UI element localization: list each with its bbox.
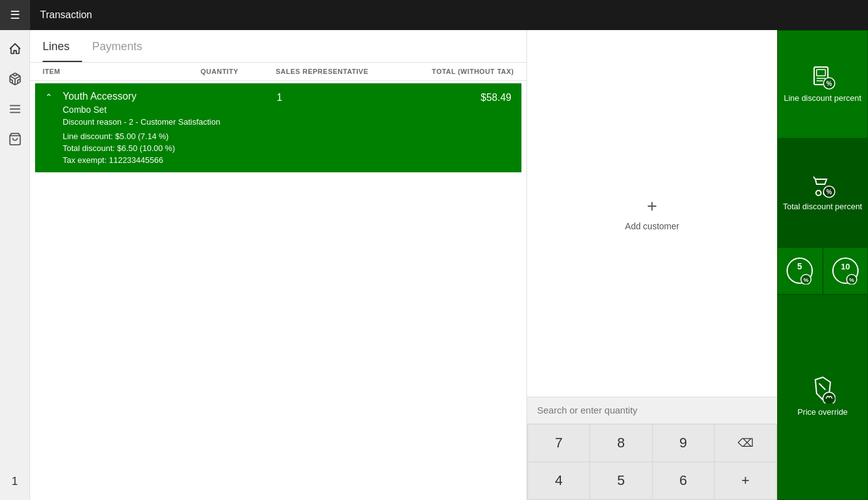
svg-text:%: %: [826, 189, 832, 195]
total-discount-percent-button[interactable]: % Total discount percent: [777, 138, 868, 247]
quick-discount-row: 5 % 10 %: [777, 247, 868, 294]
line-discount-icon: %: [810, 65, 835, 90]
numpad-plus[interactable]: +: [715, 462, 776, 499]
svg-text:%: %: [849, 277, 854, 283]
search-input[interactable]: [537, 405, 767, 415]
right-panel: + Add customer 7 8 9 ⌫ 4 5 6 +: [526, 30, 777, 500]
price-override-icon: [810, 376, 835, 404]
sidebar-bag[interactable]: [1, 125, 29, 153]
action-panel: % Line discount percent % Total discount…: [777, 30, 868, 500]
hamburger-button[interactable]: ☰: [0, 0, 30, 30]
table-header: ITEM QUANTITY SALES REPRESENTATIVE TOTAL…: [30, 63, 526, 81]
price-override-button[interactable]: Price override: [777, 294, 868, 501]
sidebar-menu[interactable]: [1, 95, 29, 123]
add-customer-label: Add customer: [625, 221, 679, 231]
row-line-discount: Line discount: $5.00 (7.14 %): [63, 132, 248, 141]
sidebar-count: 1: [1, 467, 29, 495]
row-details: Youth Accessory Combo Set Discount reaso…: [63, 91, 248, 165]
svg-line-24: [819, 383, 825, 390]
hamburger-icon: ☰: [10, 9, 20, 21]
tab-payments[interactable]: Payments: [92, 30, 155, 62]
line-discount-label: Line discount percent: [784, 93, 862, 104]
price-override-label: Price override: [797, 407, 847, 418]
tabs-bar: Lines Payments: [30, 30, 526, 63]
row-quantity: 1: [248, 91, 311, 103]
col-total: TOTAL (WITHOUT TAX): [401, 68, 514, 75]
tab-lines[interactable]: Lines: [43, 30, 82, 62]
numpad-7[interactable]: 7: [528, 425, 589, 461]
row-tax-exempt: Tax exempt: 112233445566: [63, 155, 248, 165]
row-total-discount: Total discount: $6.50 (10.00 %): [63, 143, 248, 153]
col-rep: SALES REPRESENTATIVE: [276, 68, 401, 75]
col-qty: QUANTITY: [201, 68, 276, 75]
numpad-6[interactable]: 6: [653, 462, 714, 499]
total-discount-label: Total discount percent: [783, 202, 862, 212]
row-price: $58.49: [411, 91, 511, 103]
numpad-9[interactable]: 9: [653, 425, 714, 461]
row-discount-reason: Discount reason - 2 - Customer Satisfact…: [63, 117, 248, 127]
svg-text:5: 5: [797, 261, 802, 271]
add-customer-icon: +: [647, 196, 657, 216]
search-area: [527, 397, 777, 424]
numpad-8[interactable]: 8: [590, 425, 651, 461]
col-item: ITEM: [43, 68, 201, 75]
row-item-subname: Combo Set: [63, 105, 248, 115]
svg-point-12: [816, 190, 821, 195]
total-discount-icon: %: [810, 173, 835, 198]
numpad-backspace[interactable]: ⌫: [715, 425, 776, 461]
svg-line-11: [813, 177, 815, 179]
content-area: Lines Payments ITEM QUANTITY SALES REPRE…: [30, 30, 526, 500]
left-sidebar: 1: [0, 30, 30, 500]
svg-text:%: %: [803, 277, 808, 283]
table-row[interactable]: ⌃ Youth Accessory Combo Set Discount rea…: [35, 83, 521, 172]
sidebar-products[interactable]: [1, 65, 29, 93]
lines-area: ⌃ Youth Accessory Combo Set Discount rea…: [30, 81, 526, 500]
numpad: 7 8 9 ⌫ 4 5 6 +: [527, 424, 777, 500]
sidebar-home[interactable]: [1, 35, 29, 63]
svg-text:%: %: [826, 80, 832, 87]
numpad-5[interactable]: 5: [590, 462, 651, 499]
row-chevron-icon: ⌃: [45, 91, 63, 102]
line-discount-percent-button[interactable]: % Line discount percent: [777, 30, 868, 138]
row-item-name: Youth Accessory: [63, 91, 248, 102]
quick-5-percent-button[interactable]: 5 %: [777, 247, 823, 294]
customer-area[interactable]: + Add customer: [527, 30, 777, 397]
svg-text:10: 10: [841, 262, 850, 271]
svg-rect-6: [817, 70, 825, 76]
quick-10-percent-button[interactable]: 10 %: [823, 247, 869, 294]
page-title: Transaction: [30, 9, 92, 21]
numpad-4[interactable]: 4: [528, 462, 589, 499]
